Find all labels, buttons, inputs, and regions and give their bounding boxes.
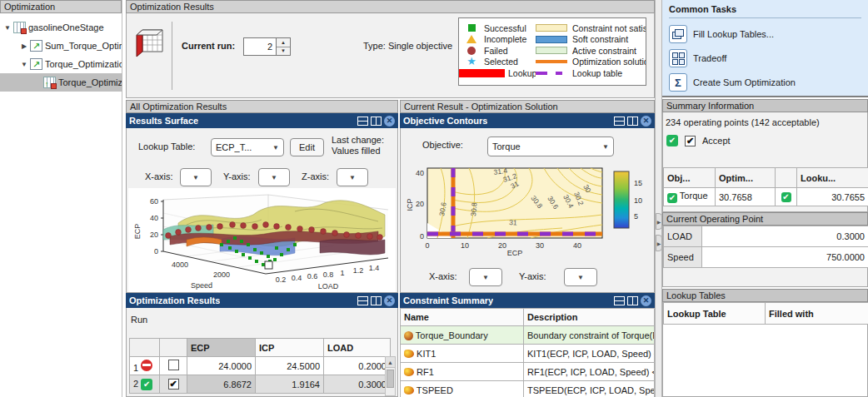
task-label[interactable]: Tradeoff — [693, 53, 726, 63]
panel-splitter[interactable]: ▶ ▶ — [655, 0, 662, 397]
tree-expand-icon[interactable]: ▼ — [3, 24, 12, 32]
objective-name: Torque — [680, 191, 708, 201]
constraint-name[interactable]: RF1 — [417, 367, 434, 377]
close-icon[interactable]: ✕ — [641, 295, 651, 306]
accept-label: Accept — [702, 136, 731, 146]
z-tick: 0 — [154, 247, 158, 256]
chevron-down-icon: ▼ — [271, 174, 277, 181]
x-axis-dropdown[interactable]: ▼ — [180, 168, 212, 186]
cell-icp[interactable]: 24.5000 — [256, 357, 324, 375]
tree-item-torque-optimization-output[interactable]: ↑ Torque_Optimiz — [0, 73, 122, 92]
constraint-description: TSPEED(ECP, ICP, LOAD, Speed) <= 0 — [524, 381, 655, 397]
constraint-summary-titlebar: Constraint Summary ✕ — [400, 293, 655, 308]
column-header-lookup[interactable]: Looku... — [797, 168, 868, 188]
icp-axis-title: ICP — [406, 198, 414, 211]
row-checkbox[interactable]: ✔ — [168, 379, 179, 390]
panel-caption: Current Result - Optimization Solution — [400, 100, 655, 113]
scrollbar-thumb[interactable] — [387, 370, 394, 388]
split-vertical-icon[interactable] — [627, 296, 638, 305]
column-header-optimized[interactable]: Optim... — [716, 168, 776, 188]
chevron-down-icon: ▼ — [602, 143, 609, 151]
task-label[interactable]: Fill Lookup Tables... — [693, 29, 774, 39]
table-row: Speed 750.0000 — [664, 247, 868, 268]
tree-item-label[interactable]: Torque_Optimiz — [58, 77, 122, 87]
tree-item-label[interactable]: gasolineOneStage — [28, 22, 104, 32]
fill-lookup-tables-icon — [669, 25, 687, 43]
ecp-tick: 40 — [573, 241, 581, 250]
fill-lookup-tables-task[interactable]: Fill Lookup Tables... — [669, 23, 861, 45]
table-row[interactable]: ✔ Torque 30.7658 ✔ 30.7655 — [664, 188, 868, 206]
lookup-value: 30.7655 — [797, 188, 868, 206]
cell-load[interactable]: 0.2000 — [324, 357, 391, 375]
cell-ecp[interactable]: 24.0000 — [187, 357, 256, 375]
results-surface-titlebar: Results Surface ✕ — [126, 113, 398, 128]
split-vertical-icon[interactable] — [627, 117, 638, 126]
row-checkbox[interactable] — [168, 360, 179, 370]
close-icon[interactable]: ✕ — [641, 116, 651, 127]
task-label[interactable]: Create Sum Optimization — [693, 77, 796, 87]
tree-expand-icon[interactable]: ▼ — [20, 61, 28, 68]
constraint-name[interactable]: TSPEED — [417, 385, 453, 395]
spin-down-icon[interactable]: ▼ — [277, 47, 290, 56]
column-header-load[interactable]: LOAD — [324, 339, 391, 357]
x-axis-dropdown[interactable]: ▼ — [469, 268, 502, 286]
run-label: Run — [131, 315, 147, 325]
load-tick: 0.4 — [292, 274, 302, 282]
tree-collapse-icon[interactable]: ▶ — [20, 42, 28, 50]
column-header-ecp[interactable]: ECP — [187, 339, 256, 357]
results-surface-3d-plot[interactable]: 60 40 20 0 ECP 4000 2000 Speed 0.2 0.4 0… — [128, 188, 396, 292]
objective-contour-plot[interactable]: 31.4 31.2 31 30.8 30.6 30.4 30.2 30 30.6… — [404, 161, 651, 261]
column-header-filled-with[interactable]: Filled with — [766, 303, 868, 325]
table-scrollbar[interactable]: ▲ — [385, 356, 396, 396]
column-header-icp[interactable]: ICP — [256, 339, 324, 357]
lookup-table-dropdown[interactable]: ECP_T...▼ — [211, 138, 284, 156]
split-horizontal-icon[interactable] — [614, 296, 625, 305]
cell-icp[interactable]: 1.9164 — [256, 375, 324, 394]
column-header-objective[interactable]: Obj... — [664, 168, 716, 188]
tree-item-gasolineOneStage[interactable]: ▼ gasolineOneStage — [0, 18, 122, 37]
y-axis-dropdown[interactable]: ▼ — [564, 268, 597, 286]
table-row[interactable]: Torque_Boundary Boundary constraint of T… — [401, 326, 655, 345]
table-row[interactable]: 1 24.0000 24.5000 0.2000 — [130, 357, 391, 375]
cell-ecp[interactable]: 6.8672 — [187, 375, 256, 394]
cell-load[interactable]: 0.3000 — [324, 375, 391, 394]
split-horizontal-icon[interactable] — [357, 296, 368, 305]
tradeoff-task[interactable]: Tradeoff — [669, 47, 861, 69]
objective-dropdown[interactable]: Torque▼ — [487, 136, 614, 156]
checkbox-header — [160, 339, 187, 357]
column-header-name[interactable]: Name — [401, 309, 524, 326]
column-header-description[interactable]: Description — [524, 309, 655, 326]
splitter-collapse-arrow[interactable]: ▶ — [656, 213, 662, 230]
table-row[interactable]: KIT1 KIT1(ECP, ICP, LOAD, Speed) <= 0 — [401, 345, 655, 363]
y-axis-dropdown[interactable]: ▼ — [258, 168, 290, 186]
tree-item-label[interactable]: Sum_Torque_Optim — [45, 41, 122, 51]
current-run-spinner[interactable]: 2 ▲ ▼ — [243, 37, 291, 56]
tree-item-torque-optimization[interactable]: ▼ ↗ Torque_Optimizatio — [0, 55, 122, 73]
current-run-value[interactable]: 2 — [243, 37, 277, 56]
split-horizontal-icon[interactable] — [614, 117, 625, 126]
z-axis-dropdown[interactable]: ▼ — [337, 168, 368, 186]
accept-checkbox[interactable]: ✔ — [685, 136, 696, 146]
tree-item-sum-torque[interactable]: ▶ ↗ Sum_Torque_Optim — [0, 37, 122, 55]
scroll-up-icon[interactable]: ▲ — [386, 357, 395, 368]
panel-title: Objective Contours — [403, 116, 487, 126]
spin-up-icon[interactable]: ▲ — [277, 38, 290, 47]
column-header-status[interactable] — [776, 168, 797, 188]
constraint-name[interactable]: KIT1 — [417, 349, 436, 359]
close-icon[interactable]: ✕ — [384, 295, 395, 306]
edit-button[interactable]: Edit — [290, 138, 324, 156]
load-tick: 0.6 — [307, 272, 318, 280]
create-sum-optimization-task[interactable]: Σ Create Sum Optimization — [669, 72, 861, 93]
splitter-collapse-arrow[interactable]: ▶ — [656, 235, 662, 251]
constraint-name[interactable]: Torque_Boundary — [416, 330, 488, 340]
split-horizontal-icon[interactable] — [357, 117, 368, 126]
table-row[interactable]: 2 ✔ ✔ 6.8672 1.9164 0.3000 — [130, 375, 391, 394]
optimization-results-table-panel: Optimization Results ✕ Run ECP ICP LOAD … — [126, 293, 398, 397]
table-row[interactable]: TSPEED TSPEED(ECP, ICP, LOAD, Speed) <= … — [401, 381, 655, 397]
table-row[interactable]: RF1 RF1(ECP, ICP, LOAD, Speed) <= 0 — [401, 363, 655, 381]
column-header-lookup-table[interactable]: Lookup Table — [664, 303, 766, 325]
split-vertical-icon[interactable] — [371, 117, 382, 126]
split-vertical-icon[interactable] — [371, 296, 382, 305]
close-icon[interactable]: ✕ — [384, 116, 395, 127]
tree-item-label[interactable]: Torque_Optimizatio — [45, 59, 122, 69]
